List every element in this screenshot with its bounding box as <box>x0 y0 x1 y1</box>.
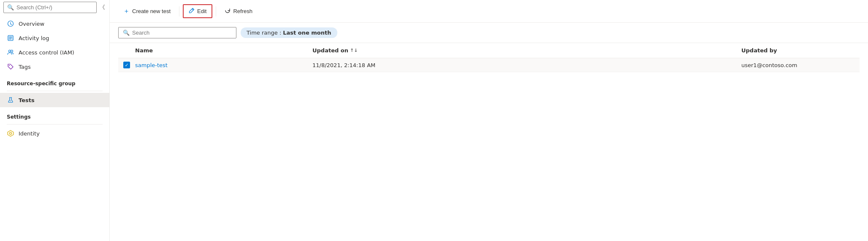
activity-log-icon <box>7 34 14 42</box>
sidebar-search-container: 🔍 <box>3 2 97 13</box>
sidebar: 🔍 《 Overview Ac <box>0 0 110 241</box>
sidebar-item-tags-label: Tags <box>19 64 31 70</box>
tests-icon <box>7 96 14 104</box>
row-updated-on: 11/8/2021, 2:14:18 AM <box>312 62 741 68</box>
col-updated-on-label: Updated on <box>312 47 348 54</box>
sidebar-search-input[interactable] <box>16 4 93 11</box>
sort-icon[interactable]: ↑↓ <box>350 48 358 53</box>
sidebar-search-row: 🔍 《 <box>0 2 109 13</box>
iam-icon <box>7 49 14 56</box>
edit-icon <box>189 8 195 15</box>
svg-marker-7 <box>8 130 14 136</box>
table-row: sample-test 11/8/2021, 2:14:18 AM user1@… <box>118 58 860 72</box>
time-range-value: Last one month <box>283 30 331 36</box>
section-resource-group-label: Resource-specific group <box>0 74 109 89</box>
tags-icon <box>7 63 14 70</box>
sidebar-search-icon: 🔍 <box>7 4 14 11</box>
plus-icon: ＋ <box>123 7 130 15</box>
col-header-name: Name <box>135 47 312 54</box>
sidebar-item-identity[interactable]: Identity <box>0 126 109 141</box>
edit-button[interactable]: Edit <box>183 4 212 18</box>
row-name-link[interactable]: sample-test <box>135 62 168 68</box>
filter-bar: 🔍 Time range : Last one month <box>110 23 868 43</box>
svg-point-5 <box>9 65 10 66</box>
create-new-test-label: Create new test <box>132 8 171 14</box>
section-divider-1 <box>7 91 103 91</box>
search-box-container: 🔍 <box>118 27 236 38</box>
row-updated-by: user1@contoso.com <box>741 62 860 68</box>
time-range-prefix: Time range : <box>247 30 281 36</box>
sidebar-item-tests-label: Tests <box>19 97 35 103</box>
refresh-icon <box>225 8 231 15</box>
main-content: ＋ Create new test Edit Refresh <box>110 0 868 241</box>
section-settings-label: Settings <box>0 107 109 122</box>
edit-label: Edit <box>197 8 206 14</box>
row-name-cell: sample-test <box>135 62 312 68</box>
row-checkbox[interactable] <box>123 62 130 68</box>
identity-icon <box>7 130 14 137</box>
data-table: Name Updated on ↑↓ Updated by sample-tes… <box>110 43 868 241</box>
table-header: Name Updated on ↑↓ Updated by <box>118 43 860 58</box>
col-header-updated-on: Updated on ↑↓ <box>312 47 741 54</box>
sidebar-item-overview[interactable]: Overview <box>0 16 109 31</box>
sidebar-item-activity-log[interactable]: Activity log <box>0 31 109 45</box>
sidebar-collapse-button[interactable]: 《 <box>97 3 108 12</box>
sidebar-nav: Overview Activity log <box>0 15 109 241</box>
section-divider-2 <box>7 124 103 125</box>
sidebar-item-overview-label: Overview <box>19 21 44 27</box>
row-checkbox-container <box>118 62 135 68</box>
sidebar-item-identity-label: Identity <box>19 130 40 137</box>
sidebar-item-tests[interactable]: Tests <box>0 93 109 107</box>
refresh-button[interactable]: Refresh <box>220 5 258 17</box>
svg-point-3 <box>9 50 11 52</box>
sidebar-item-activity-log-label: Activity log <box>19 35 49 41</box>
svg-point-6 <box>10 100 11 101</box>
svg-point-4 <box>11 50 13 52</box>
refresh-label: Refresh <box>233 8 252 14</box>
toolbar: ＋ Create new test Edit Refresh <box>110 0 868 23</box>
toolbar-divider <box>179 6 179 16</box>
sidebar-item-iam-label: Access control (IAM) <box>19 49 74 56</box>
sidebar-item-tags[interactable]: Tags <box>0 60 109 74</box>
toolbar-divider-2 <box>216 6 216 16</box>
sidebar-item-iam[interactable]: Access control (IAM) <box>0 45 109 60</box>
overview-icon <box>7 20 14 27</box>
search-input[interactable] <box>132 30 232 36</box>
col-header-updated-by: Updated by <box>741 47 860 54</box>
create-new-test-button[interactable]: ＋ Create new test <box>118 5 176 18</box>
search-icon: 🔍 <box>123 30 130 36</box>
time-range-badge[interactable]: Time range : Last one month <box>241 27 337 38</box>
